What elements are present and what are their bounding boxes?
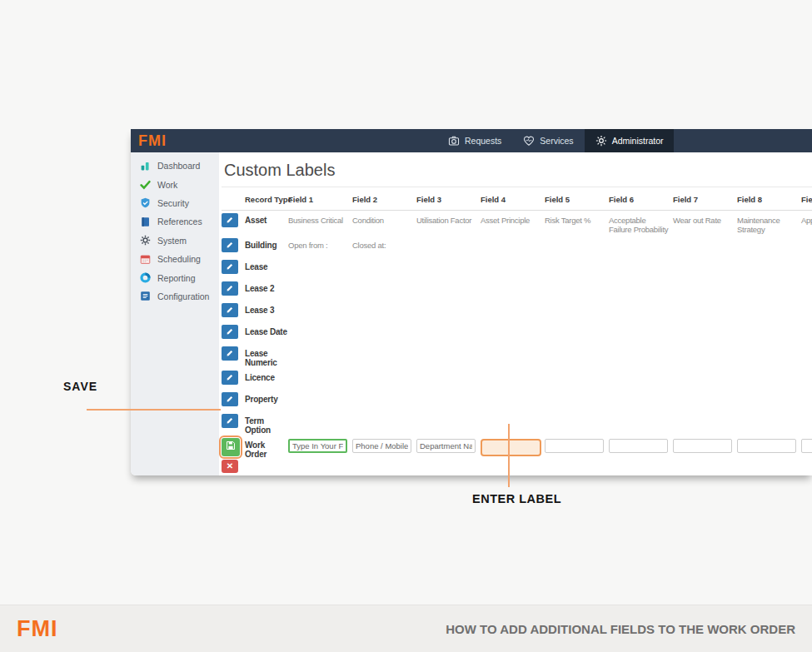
table-row: Property (222, 390, 812, 411)
edit-button[interactable] (222, 346, 238, 361)
sidebar-item-configuration[interactable]: Configuration (131, 287, 219, 306)
title-divider (222, 187, 812, 187)
dashboard-icon (140, 161, 151, 172)
record-type: Building (245, 238, 288, 250)
field-value: Risk Target % (545, 213, 609, 226)
edit-button[interactable] (222, 238, 238, 252)
column-header: Field 3 (416, 195, 481, 205)
record-type: Work Order (245, 438, 288, 459)
sidebar-item-references[interactable]: References (131, 212, 219, 231)
page-title: Custom Labels (224, 161, 812, 180)
footer: FMI HOW TO ADD ADDITIONAL FIELDS TO THE … (0, 605, 812, 652)
table-row: Lease (222, 257, 812, 279)
pencil-icon (226, 282, 234, 295)
header-edit-col (222, 195, 245, 205)
cancel-button[interactable]: ✕ (222, 460, 238, 473)
field-value: App (801, 213, 812, 226)
pencil-icon (226, 261, 234, 273)
sidebar-item-reporting[interactable]: Reporting (131, 268, 219, 286)
column-header: Field 4 (481, 195, 545, 205)
fmi-logo: FMI (138, 133, 167, 148)
sidebar-item-system[interactable]: System (131, 231, 219, 250)
save-button[interactable] (222, 438, 240, 456)
sidebar-item-security[interactable]: Security (131, 194, 219, 212)
field-value: Open from : (288, 238, 352, 251)
column-header: Field 2 (352, 195, 416, 205)
nav-item-label: Requests (465, 136, 501, 146)
table-row: Building Open from : Closed at: (222, 236, 812, 257)
field-value: Maintenance Strategy (737, 213, 801, 235)
list-settings-icon (140, 291, 151, 301)
pencil-icon (226, 371, 234, 384)
edit-button[interactable] (222, 213, 238, 227)
footer-title: HOW TO ADD ADDITIONAL FIELDS TO THE WORK… (446, 622, 795, 636)
sidebar-item-work[interactable]: Work (131, 175, 219, 193)
field-value: Wear out Rate (673, 213, 737, 226)
table-row: Lease Numeric (222, 344, 812, 368)
donut-chart-icon (140, 272, 151, 283)
sidebar-item-label: Scheduling (157, 254, 201, 264)
field-3-label-input[interactable] (416, 439, 476, 453)
app-window: FMI Requests Services Administrator (131, 129, 812, 475)
save-annotation-label: SAVE (63, 380, 97, 393)
edit-button[interactable] (222, 325, 238, 339)
field-value: Asset Principle (481, 213, 545, 226)
field-9-label-input[interactable] (801, 439, 812, 453)
sidebar-item-label: System (157, 236, 187, 246)
record-type: Licence (245, 371, 288, 382)
pencil-icon (226, 347, 234, 360)
field-5-label-input[interactable] (545, 439, 604, 453)
shield-icon (140, 197, 151, 208)
table-row: Licence (222, 368, 812, 390)
field-6-label-input[interactable] (609, 439, 668, 453)
edit-button[interactable] (222, 303, 238, 317)
sidebar-item-dashboard[interactable]: Dashboard (131, 157, 219, 175)
calendar-icon (140, 254, 151, 265)
enter-label-annotation-text: ENTER LABEL (472, 492, 561, 505)
field-1-label-input[interactable] (288, 439, 347, 453)
check-icon (140, 179, 151, 190)
table-row: Asset Business Critical Condition Utilis… (222, 211, 812, 236)
pencil-icon (226, 393, 234, 406)
field-value: Business Critical (288, 213, 352, 226)
sidebar-item-label: Reporting (157, 273, 196, 283)
field-2-label-input[interactable] (352, 439, 411, 453)
record-type: Lease 2 (245, 281, 288, 293)
edit-button[interactable] (222, 392, 238, 406)
sidebar-item-label: Dashboard (157, 161, 200, 171)
edit-button[interactable] (222, 281, 238, 296)
column-header: Field 8 (737, 195, 801, 205)
field-value: Utilisation Factor (416, 213, 481, 226)
pencil-icon (226, 304, 234, 316)
table-row: Lease 2 (222, 279, 812, 301)
sidebar-item-label: Configuration (157, 291, 209, 301)
field-8-label-input[interactable] (737, 439, 796, 453)
edit-button[interactable] (222, 371, 238, 385)
record-type: Lease (245, 260, 288, 271)
field-4-label-input[interactable] (481, 439, 541, 456)
edit-button[interactable] (222, 260, 238, 274)
main-content: Custom Labels Record Type Field 1 Field … (219, 152, 812, 475)
column-header: Field 1 (288, 195, 352, 205)
column-header: Field 9 (801, 195, 812, 205)
edit-button[interactable] (222, 414, 238, 428)
sidebar-item-label: References (157, 217, 202, 226)
camera-icon (448, 135, 460, 147)
record-type: Asset (245, 213, 288, 225)
record-type: Lease Numeric (245, 346, 288, 367)
enter-label-annotation-line (508, 424, 510, 487)
sidebar-item-scheduling[interactable]: Scheduling (131, 250, 219, 268)
table-row-work-order-editing: ✕ Work Order (222, 435, 812, 474)
nav-item-label: Services (540, 136, 573, 146)
column-header: Field 7 (673, 195, 737, 205)
field-7-label-input[interactable] (673, 439, 732, 453)
record-type: Lease 3 (245, 303, 288, 315)
table-row: Term Option (222, 411, 812, 435)
navbar-items: Requests Services Administrator (437, 129, 674, 152)
nav-item-services[interactable]: Services (512, 129, 584, 152)
record-type: Lease Date (245, 325, 288, 336)
nav-item-requests[interactable]: Requests (437, 129, 512, 152)
gear-icon (595, 135, 607, 147)
heart-pulse-icon (523, 135, 535, 147)
nav-item-administrator[interactable]: Administrator (585, 129, 675, 152)
